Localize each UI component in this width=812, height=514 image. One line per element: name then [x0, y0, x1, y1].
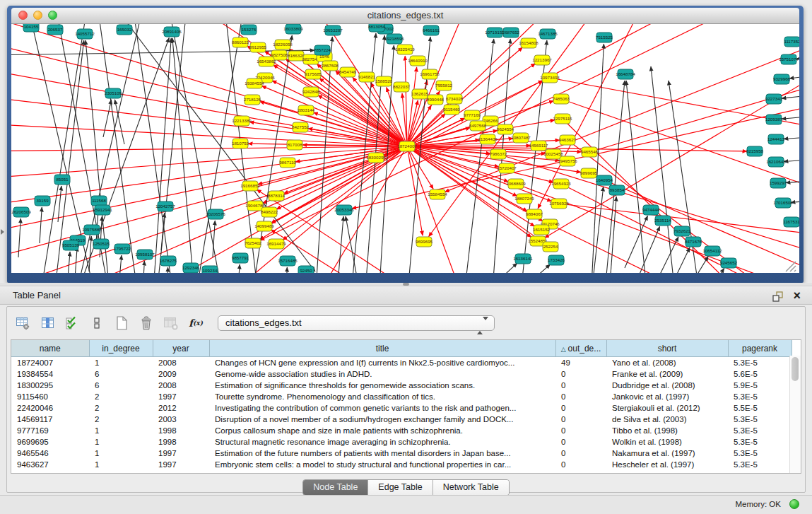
table-cell[interactable]: 5.9E-5	[728, 380, 792, 391]
graph-node[interactable]: 21364436	[478, 134, 498, 144]
table-cell[interactable]: 0	[555, 380, 606, 391]
graph-edge[interactable]	[567, 140, 789, 273]
table-cell[interactable]: 2008	[153, 357, 209, 369]
graph-node[interactable]: 9505139	[62, 240, 80, 250]
table-cell[interactable]: 5.3E-5	[728, 357, 792, 369]
table-cell[interactable]: 5.3E-5	[728, 425, 792, 436]
graph-node[interactable]: 26206509	[11, 207, 31, 217]
table-cell[interactable]: 22420046	[11, 402, 89, 414]
graph-node[interactable]: 8878314	[268, 191, 286, 201]
graph-node[interactable]: 10654112	[702, 246, 722, 256]
graph-node[interactable]: 2305109	[105, 88, 122, 98]
memory-indicator-icon[interactable]	[789, 499, 799, 509]
graph-node[interactable]: 14055712	[75, 29, 95, 39]
column-header-out_de[interactable]: △out_de...	[555, 340, 606, 357]
table-cell[interactable]: 19384554	[11, 368, 89, 380]
graph-node[interactable]: 18226058	[273, 40, 293, 49]
table-cell[interactable]: 0	[555, 414, 606, 425]
graph-node[interactable]: 9115460	[443, 105, 460, 115]
table-settings-icon[interactable]	[14, 315, 31, 331]
table-cell[interactable]: 5.3E-5	[728, 448, 792, 459]
collapsed-panel-arrow-icon[interactable]	[1, 229, 4, 235]
table-cell[interactable]: Genome-wide association studies in ADHD.	[209, 368, 555, 380]
graph-node[interactable]: 9242848	[302, 87, 320, 97]
graph-node[interactable]: 1250515	[93, 239, 110, 249]
column-header-in_degree[interactable]: in_degree	[89, 340, 153, 357]
column-header-pagerank[interactable]: pagerank	[728, 340, 792, 357]
graph-node[interactable]: 7485063	[553, 94, 570, 104]
canvas-resize-grip[interactable]	[786, 262, 796, 271]
graph-node[interactable]: 15912941	[93, 205, 112, 215]
clear-selection-icon[interactable]	[88, 315, 105, 331]
table-cell[interactable]: 0	[555, 448, 606, 459]
graph-node[interactable]: 14569117	[529, 141, 548, 151]
table-cell[interactable]: Hescheler et al. (1997)	[606, 459, 728, 470]
graph-node[interactable]: 92450	[298, 266, 314, 273]
graph-node[interactable]: 1209387	[765, 115, 783, 124]
graph-node[interactable]: 1640954	[596, 175, 613, 185]
table-cell[interactable]: 5.3E-5	[728, 459, 792, 470]
graph-node[interactable]: 10973493	[540, 73, 560, 83]
table-cell[interactable]: 1	[89, 436, 153, 448]
table-cell[interactable]: 1	[89, 448, 153, 459]
table-cell[interactable]: 0	[555, 436, 606, 448]
graph-node[interactable]: 20053346	[334, 205, 354, 215]
graph-node[interactable]: 20891406	[162, 27, 182, 37]
graph-node[interactable]: 18807249	[514, 194, 534, 204]
table-row[interactable]: 1938455462009Genome-wide association stu…	[11, 368, 792, 380]
table-row[interactable]: 911546021997Tourette syndrome. Phenomeno…	[11, 391, 792, 402]
graph-node[interactable]: 9245652	[720, 258, 738, 268]
graph-edge[interactable]	[658, 237, 678, 273]
table-cell[interactable]: 0	[555, 391, 606, 402]
graph-edge[interactable]	[271, 230, 393, 273]
graph-node[interactable]: 1362615	[411, 89, 429, 99]
graph-node[interactable]: 9474444	[642, 205, 660, 215]
graph-node[interactable]: 9624554	[497, 124, 514, 134]
table-cell[interactable]: Estimation of the future numbers of pati…	[209, 448, 555, 459]
tab-node-table[interactable]: Node Table	[303, 480, 367, 495]
graph-edge[interactable]	[96, 24, 139, 273]
graph-node[interactable]: 16914479	[266, 239, 286, 249]
graph-node[interactable]: 6734028	[446, 94, 464, 104]
graph-node[interactable]: 10688609	[506, 179, 526, 189]
table-cell[interactable]: Wolkin et al. (1998)	[606, 436, 728, 448]
graph-edge[interactable]	[315, 146, 407, 273]
graph-node[interactable]: 18300295	[366, 153, 386, 163]
graph-node[interactable]: 19495756	[558, 156, 577, 166]
graph-edge[interactable]	[563, 119, 753, 273]
create-table-icon[interactable]	[113, 315, 130, 331]
graph-node[interactable]: 7857224	[314, 45, 331, 55]
network-window[interactable]: citations_edges.txt 18724007886012389129…	[7, 6, 804, 283]
graph-edge[interactable]	[25, 24, 96, 273]
table-cell[interactable]: 9465546	[11, 448, 89, 459]
graph-node[interactable]: 7986372	[490, 149, 507, 159]
table-cell[interactable]: 2	[89, 402, 153, 414]
graph-edge[interactable]	[506, 264, 551, 273]
table-cell[interactable]: 2008	[153, 380, 209, 391]
table-cell[interactable]: 0	[555, 459, 606, 470]
graph-node[interactable]: 9463627	[559, 135, 577, 145]
table-cell[interactable]: 9699695	[11, 436, 89, 448]
close-window-button[interactable]	[18, 11, 28, 20]
table-cell[interactable]: Embryonic stem cells: a model to study s…	[209, 459, 555, 470]
graph-edge[interactable]	[249, 122, 407, 146]
table-cell[interactable]: 0	[555, 425, 606, 436]
graph-node[interactable]: 14671385	[538, 29, 558, 39]
graph-node[interactable]: 9867110	[279, 158, 296, 168]
graph-node[interactable]: 8215958	[746, 146, 764, 156]
table-cell[interactable]: Nakamura et al. (1997)	[606, 448, 728, 459]
table-cell[interactable]: 6	[89, 380, 153, 391]
graph-node[interactable]: 7955812	[435, 81, 453, 90]
graph-node[interactable]: 16543862	[257, 57, 276, 66]
table-cell[interactable]: 1998	[153, 436, 209, 448]
table-cell[interactable]: 2003	[153, 414, 209, 425]
table-cell[interactable]: 1997	[153, 448, 209, 459]
graph-node[interactable]: 39159	[35, 196, 50, 206]
graph-edge[interactable]	[11, 95, 407, 146]
graph-edge[interactable]	[782, 115, 799, 119]
graph-edge[interactable]	[478, 263, 517, 273]
table-cell[interactable]: 5.6E-5	[728, 368, 792, 380]
graph-node[interactable]: 2867608	[322, 61, 339, 71]
table-cell[interactable]: Stergiakouli et al. (2012)	[606, 402, 728, 414]
graph-edge[interactable]	[784, 136, 799, 139]
